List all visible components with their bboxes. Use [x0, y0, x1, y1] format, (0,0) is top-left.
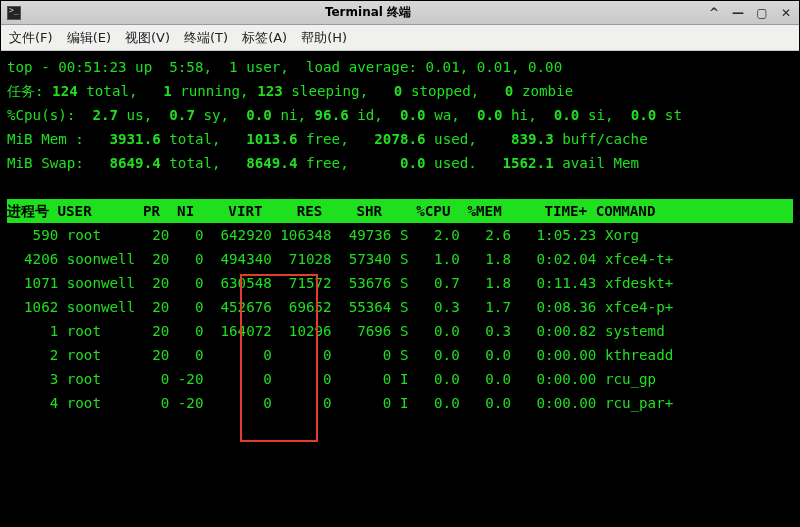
menubar: 文件(F) 编辑(E) 视图(V) 终端(T) 标签(A) 帮助(H)	[1, 25, 799, 51]
cpu-hi: 0.0	[477, 107, 503, 123]
cpu-us: 2.7	[92, 107, 118, 123]
swap-total-lbl: total,	[169, 155, 220, 171]
process-table-header: 进程号 USER PR NI VIRT RES SHR %CPU %MEM TI…	[7, 199, 793, 223]
mem-buff: 839.3	[511, 131, 554, 147]
cpu-si: 0.0	[554, 107, 580, 123]
mem-free-lbl: free,	[306, 131, 349, 147]
cpu-id: 96.6	[315, 107, 349, 123]
process-row: 2 root 20 0 0 0 0 S 0.0 0.0 0:00.00 kthr…	[7, 347, 673, 363]
tasks-sleeping: 123	[257, 83, 283, 99]
process-row: 4 root 0 -20 0 0 0 I 0.0 0.0 0:00.00 rcu…	[7, 395, 673, 411]
swap-label: MiB Swap:	[7, 155, 84, 171]
cpu-si-lbl: si,	[588, 107, 614, 123]
window-title: Terminal 终端	[29, 4, 707, 21]
tasks-stopped: 0	[394, 83, 403, 99]
menu-terminal[interactable]: 终端(T)	[184, 29, 228, 47]
cpu-wa: 0.0	[400, 107, 426, 123]
process-row: 1 root 20 0 164072 10296 7696 S 0.0 0.3 …	[7, 323, 665, 339]
swap-avail: 1562.1	[502, 155, 553, 171]
menu-view[interactable]: 视图(V)	[125, 29, 170, 47]
mem-used: 2078.6	[374, 131, 425, 147]
cpu-st-lbl: st	[665, 107, 682, 123]
tasks-running: 1	[163, 83, 172, 99]
process-row: 1071 soonwell 20 0 630548 71572 53676 S …	[7, 275, 673, 291]
mem-total: 3931.6	[110, 131, 161, 147]
cpu-id-lbl: id,	[357, 107, 383, 123]
process-row: 4206 soonwell 20 0 494340 71028 57340 S …	[7, 251, 673, 267]
roll-up-button[interactable]: ^	[707, 6, 721, 20]
close-button[interactable]: ✕	[779, 6, 793, 20]
menu-tabs[interactable]: 标签(A)	[242, 29, 287, 47]
mem-total-lbl: total,	[169, 131, 220, 147]
swap-total: 8649.4	[110, 155, 161, 171]
mem-free: 1013.6	[246, 131, 297, 147]
swap-used: 0.0	[400, 155, 426, 171]
cpu-us-lbl: us,	[127, 107, 153, 123]
tasks-sleep-lbl: sleeping,	[291, 83, 368, 99]
maximize-button[interactable]: ▢	[755, 6, 769, 20]
mem-used-lbl: used,	[434, 131, 477, 147]
tasks-total: 124	[52, 83, 78, 99]
titlebar: Terminal 终端 ^ — ▢ ✕	[1, 1, 799, 25]
process-table-body: 590 root 20 0 642920 106348 49736 S 2.0 …	[7, 223, 793, 415]
menu-edit[interactable]: 编辑(E)	[67, 29, 111, 47]
tasks-run-lbl: running,	[180, 83, 248, 99]
process-row: 1062 soonwell 20 0 452676 69652 55364 S …	[7, 299, 673, 315]
cpu-label: %Cpu(s):	[7, 107, 75, 123]
process-row: 3 root 0 -20 0 0 0 I 0.0 0.0 0:00.00 rcu…	[7, 371, 656, 387]
cpu-wa-lbl: wa,	[434, 107, 460, 123]
swap-free: 8649.4	[246, 155, 297, 171]
swap-used-lbl: used.	[434, 155, 477, 171]
tasks-label: 任务:	[7, 83, 44, 99]
top-summary-line1: top - 00:51:23 up 5:58, 1 user, load ave…	[7, 59, 562, 75]
mem-label: MiB Mem :	[7, 131, 84, 147]
cpu-sy-lbl: sy,	[204, 107, 230, 123]
tasks-zombie: 0	[505, 83, 514, 99]
tasks-zomb-lbl: zombie	[522, 83, 573, 99]
menu-file[interactable]: 文件(F)	[9, 29, 53, 47]
process-row: 590 root 20 0 642920 106348 49736 S 2.0 …	[7, 227, 639, 243]
tasks-stop-lbl: stopped,	[411, 83, 479, 99]
swap-avail-lbl: avail Mem	[562, 155, 639, 171]
cpu-ni: 0.0	[246, 107, 272, 123]
window-controls: ^ — ▢ ✕	[707, 6, 793, 20]
tasks-total-lbl: total,	[86, 83, 137, 99]
cpu-hi-lbl: hi,	[511, 107, 537, 123]
minimize-button[interactable]: —	[731, 6, 745, 20]
terminal-window: Terminal 终端 ^ — ▢ ✕ 文件(F) 编辑(E) 视图(V) 终端…	[0, 0, 800, 527]
terminal-area[interactable]: top - 00:51:23 up 5:58, 1 user, load ave…	[1, 51, 799, 526]
terminal-icon	[7, 6, 21, 20]
cpu-st: 0.0	[631, 107, 657, 123]
mem-buff-lbl: buff/cache	[562, 131, 647, 147]
cpu-ni-lbl: ni,	[280, 107, 306, 123]
menu-help[interactable]: 帮助(H)	[301, 29, 347, 47]
swap-free-lbl: free,	[306, 155, 349, 171]
cpu-sy: 0.7	[169, 107, 195, 123]
